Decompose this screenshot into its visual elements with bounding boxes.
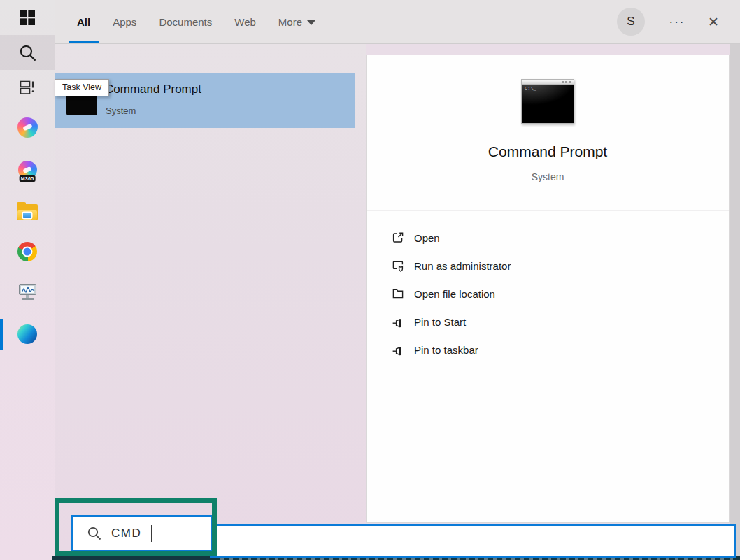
m365-copilot-button[interactable]: M365 [0, 152, 55, 187]
action-open[interactable]: Open [391, 228, 440, 247]
pin-icon [391, 343, 405, 357]
task-view-tooltip: Task View [55, 79, 109, 96]
search-icon [18, 43, 37, 62]
copilot-icon [17, 117, 38, 138]
chrome-button[interactable] [0, 234, 55, 269]
search-bar-extension[interactable] [210, 524, 736, 558]
divider [367, 210, 729, 211]
active-app-indicator [0, 319, 3, 350]
tab-documents[interactable]: Documents [149, 0, 222, 44]
action-pin-to-start[interactable]: Pin to Start [391, 312, 466, 331]
tab-apps[interactable]: Apps [103, 0, 146, 44]
close-button[interactable]: ✕ [699, 0, 727, 44]
ellipsis-icon: ··· [669, 15, 685, 29]
copilot-button[interactable] [0, 110, 55, 145]
cmd-prompt-text: C:\_ [525, 86, 536, 92]
file-explorer-button[interactable] [0, 194, 55, 229]
taskbar-search-button[interactable] [0, 35, 55, 70]
task-view-button[interactable] [0, 70, 55, 105]
search-flyout-header: All Apps Documents Web More S ··· ✕ [55, 0, 740, 44]
close-icon: ✕ [708, 14, 719, 30]
chrome-icon [17, 242, 37, 261]
file-explorer-icon [17, 204, 38, 220]
result-subtitle: System [106, 106, 136, 116]
open-icon [391, 231, 405, 245]
preview-title: Command Prompt [367, 143, 729, 160]
action-run-as-administrator[interactable]: Run as administrator [391, 256, 511, 275]
result-title: Command Prompt [105, 82, 201, 96]
admin-shield-icon [391, 259, 405, 273]
windows-logo-icon [20, 10, 35, 25]
pin-icon [391, 315, 405, 329]
system-monitor-icon [17, 284, 38, 302]
right-margin-strip [730, 44, 740, 556]
command-prompt-icon-large: C:\_ [521, 79, 574, 124]
m365-copilot-icon: M365 [18, 161, 37, 180]
edge-icon [17, 324, 37, 344]
system-monitor-button[interactable] [0, 275, 55, 310]
search-filter-tabs: All Apps Documents Web More [67, 0, 325, 44]
user-avatar[interactable]: S [617, 8, 645, 36]
tab-web[interactable]: Web [225, 0, 266, 44]
task-view-icon [19, 79, 36, 96]
taskbar: M365 [0, 0, 55, 560]
start-button[interactable] [0, 0, 55, 35]
action-open-file-location[interactable]: Open file location [391, 284, 495, 303]
folder-icon [391, 287, 405, 301]
preview-panel: C:\_ Command Prompt System Open Run as a… [366, 55, 730, 523]
tab-more[interactable]: More [269, 0, 325, 44]
tab-all[interactable]: All [67, 0, 100, 44]
action-pin-to-taskbar[interactable]: Pin to taskbar [391, 340, 478, 359]
chevron-down-icon [307, 20, 315, 25]
preview-subtitle: System [367, 171, 729, 182]
annotation-highlight-box [55, 498, 217, 556]
m365-badge: M365 [20, 175, 36, 182]
edge-button[interactable] [0, 317, 55, 352]
more-options-button[interactable]: ··· [662, 0, 692, 44]
